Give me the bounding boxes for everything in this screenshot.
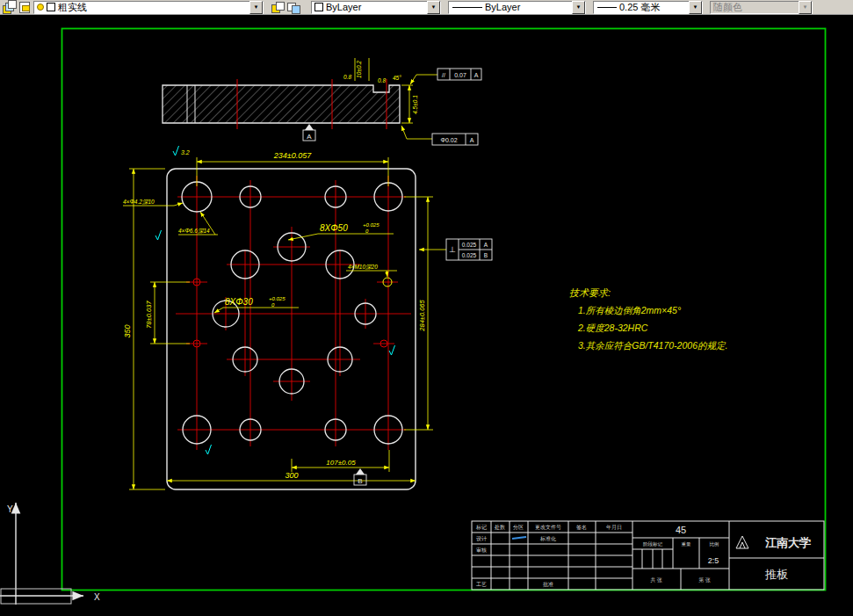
plotstyle-combo: 随颜色 ▼	[710, 1, 813, 14]
para-symbol: //	[442, 72, 445, 78]
label-date: 年月日	[606, 525, 622, 531]
label-big-holes-tol-u: +0.025	[363, 222, 380, 228]
para-datum: A	[474, 72, 479, 78]
label-qty: 处数	[494, 524, 505, 531]
perp-datum1: A	[484, 242, 488, 248]
dimension-lines	[123, 157, 433, 489]
section-view: A 10±0.2 0.8 0.8 45° 4.5±0.1 // 0.07 A	[163, 58, 481, 145]
tech-req-item2: 2.硬度28-32HRC	[577, 322, 648, 333]
perp-datum2: B	[484, 252, 488, 258]
section-outline	[163, 85, 400, 123]
label-sheet-no: 第 张	[698, 577, 711, 583]
section-dim2: 4.5±0.1	[412, 95, 418, 114]
label-check: 审核	[476, 547, 487, 553]
lineweight-combo[interactable]: 0.25 毫米 ▼	[593, 1, 703, 14]
dim-overall-height: 350	[123, 324, 132, 337]
color-combo-arrow-icon[interactable]: ▼	[427, 1, 440, 14]
lineweight-value: 0.25 毫米	[617, 1, 689, 14]
runout-value: Φ0.02	[440, 137, 457, 143]
plan-view: 234±0.057 3.2 350 78±0.037 284±0.065 107…	[123, 146, 492, 489]
leader2-text: 4×Φ6.6深14	[178, 228, 210, 234]
university-name: 江南大学	[765, 536, 811, 549]
para-value: 0.07	[454, 72, 466, 78]
label-zone: 分区	[513, 524, 524, 530]
layer-states-icon[interactable]	[18, 1, 32, 13]
label-mark: 标记	[475, 524, 487, 531]
scale-value: 2:5	[708, 556, 719, 565]
datum-b-label: B	[358, 477, 362, 485]
perp-value1: 0.025	[462, 242, 477, 248]
datum-a-label: A	[307, 133, 312, 141]
dim-inner-left: 78±0.037	[145, 301, 153, 329]
linetype-combo[interactable]: ByLayer ▼	[448, 1, 586, 14]
leader1-text: 4×Φ4.2深10	[123, 199, 155, 205]
title-block: 标记 处数 分区 更改文件号 签名 年月日 设计 标准化 审核 工艺 批准 阶段…	[472, 521, 824, 590]
label-sheet-total: 共 张	[650, 577, 662, 583]
lineweight-sample-icon	[597, 7, 617, 8]
label-approve: 批准	[543, 582, 553, 588]
label-doc: 更改文件号	[535, 524, 561, 530]
small-holes	[193, 278, 392, 347]
material-value: 45	[676, 525, 686, 535]
gdt-perpendicularity-frame: ⊥ 0.025 A 0.025 B	[419, 239, 492, 260]
tech-requirements: 技术要求: 1.所有棱边倒角2mm×45° 2.硬度28-32HRC 3.其余应…	[569, 287, 727, 351]
leader3-text: 4×M10深20	[348, 264, 378, 270]
label-big-holes: 8XΦ50	[320, 223, 348, 233]
label-big-holes-tol-l: 0	[365, 228, 369, 234]
linetype-value: ByLayer	[482, 2, 572, 12]
tech-req-title: 技术要求:	[569, 287, 611, 298]
layer-previous-icon[interactable]	[286, 1, 300, 13]
dim-inner-bottom: 107±0.05	[326, 459, 356, 467]
datum-a-flag: A	[303, 124, 315, 141]
section-angle: 45°	[393, 75, 401, 81]
dim-inner-right: 284±0.065	[418, 299, 426, 331]
label-small-holes-tol-u: +0.025	[269, 296, 286, 301]
tech-req-item3: 3.其余应符合GB/T4170-2006的规定.	[578, 340, 727, 351]
section-dim1: 10±0.2	[356, 61, 362, 78]
layer-on-icon	[37, 4, 44, 11]
part-name: 推板	[764, 568, 788, 581]
label-design: 设计	[476, 535, 487, 541]
plotstyle-combo-arrow-icon: ▼	[799, 1, 812, 14]
ucs-y-label: Y	[7, 504, 13, 514]
dim-bottom-width: 300	[285, 471, 298, 480]
gdt-runout-frame: Φ0.02 A	[401, 126, 478, 145]
layer-combo-arrow-icon[interactable]: ▼	[249, 1, 263, 14]
university-logo	[736, 536, 748, 548]
tech-req-item1: 1.所有棱边倒角2mm×45°	[578, 305, 681, 315]
layer-combo[interactable]: 粗实线 ▼	[33, 1, 264, 14]
designer-signature	[512, 537, 526, 539]
color-swatch	[314, 3, 323, 11]
label-stage: 阶段标记	[643, 541, 663, 547]
label-small-holes: 8XΦ30	[225, 297, 253, 307]
label-weight: 重量	[682, 541, 692, 547]
dimension-texts: 234±0.057 3.2 350 78±0.037 284±0.065 107…	[123, 149, 426, 480]
toolbar: 粗实线 ▼ ByLayer ▼ ByLayer ▼ 0.25 毫米 ▼ 随颜色 …	[0, 0, 853, 15]
linetype-sample-icon	[452, 7, 482, 8]
layer-name: 粗实线	[55, 1, 249, 14]
lineweight-combo-arrow-icon[interactable]: ▼	[689, 1, 702, 14]
label-sign: 签名	[576, 525, 587, 531]
label-small-holes-tol-l: 0	[271, 302, 275, 308]
layer-color-swatch	[47, 3, 55, 11]
label-ratio: 比例	[710, 541, 719, 547]
make-object-layer-current-icon[interactable]	[271, 1, 285, 13]
dim-roughness-top: 3.2	[181, 149, 190, 156]
label-process: 工艺	[476, 581, 487, 587]
color-combo[interactable]: ByLayer ▼	[311, 1, 441, 14]
layer-properties-icon[interactable]	[2, 1, 16, 13]
plotstyle-value: 随颜色	[711, 1, 799, 14]
gdt-parallelism-frame: // 0.07 A	[410, 69, 481, 84]
label-standard: 标准化	[539, 536, 556, 542]
drawing-canvas[interactable]: A 10±0.2 0.8 0.8 45° 4.5±0.1 // 0.07 A	[0, 0, 853, 616]
dim-top-width: 234±0.057	[273, 151, 312, 160]
section-roughness1: 0.8	[343, 74, 351, 80]
color-value: ByLayer	[323, 2, 427, 12]
ucs-x-label: X	[94, 592, 100, 602]
ucs-icon: Y X	[0, 503, 100, 605]
runout-datum: A	[470, 137, 474, 143]
datum-b-flag: B	[354, 468, 366, 485]
linetype-combo-arrow-icon[interactable]: ▼	[572, 1, 585, 14]
perp-value2: 0.025	[462, 252, 477, 258]
perp-symbol: ⊥	[449, 245, 456, 254]
